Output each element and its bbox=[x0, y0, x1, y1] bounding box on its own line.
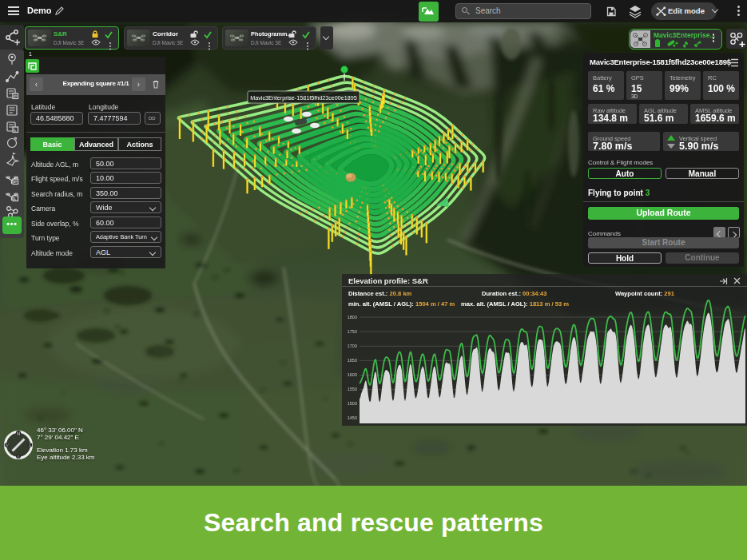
svg-text:1500: 1500 bbox=[348, 401, 357, 406]
svg-text:1450: 1450 bbox=[348, 415, 357, 420]
svg-text:S: S bbox=[17, 455, 19, 459]
svg-text:1600: 1600 bbox=[348, 372, 357, 377]
svg-text:1550: 1550 bbox=[348, 387, 357, 391]
svg-text:1700: 1700 bbox=[348, 344, 357, 348]
svg-text:Mavic3Enterprise-1581f5fhd23ce: Mavic3Enterprise-1581f5fhd23ce00e1895 bbox=[250, 94, 356, 101]
svg-text:E: E bbox=[29, 443, 31, 447]
svg-text:N: N bbox=[17, 431, 20, 436]
svg-text:1650: 1650 bbox=[348, 358, 357, 363]
svg-text:1800: 1800 bbox=[348, 315, 357, 320]
svg-text:1750: 1750 bbox=[348, 329, 357, 334]
